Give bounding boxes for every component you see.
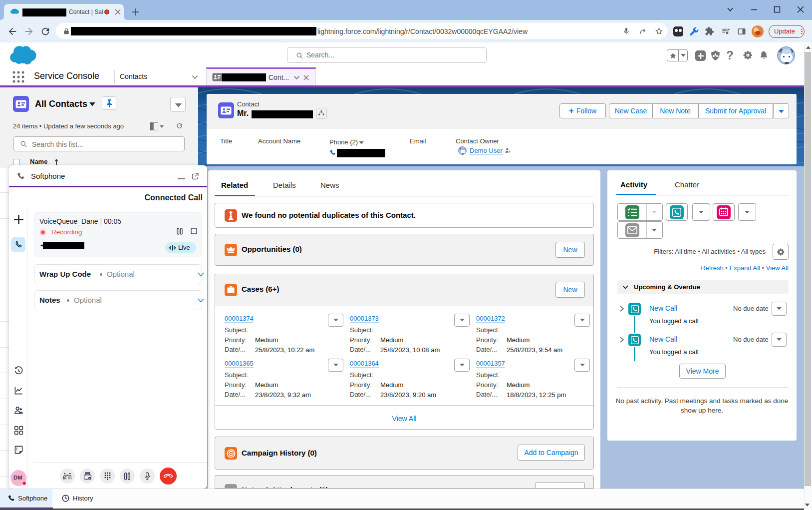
svg-text:e: e bbox=[89, 477, 90, 480]
